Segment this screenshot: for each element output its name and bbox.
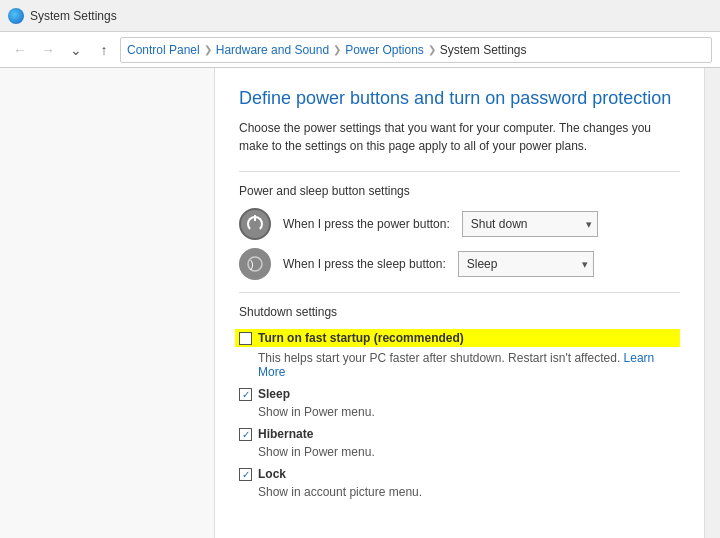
- page-title: Define power buttons and turn on passwor…: [239, 88, 680, 109]
- breadcrumb-sep-1: ❯: [204, 44, 212, 55]
- sleep-button-icon: ): [239, 248, 271, 280]
- hibernate-desc: Show in Power menu.: [258, 445, 680, 459]
- sidebar-left: [0, 68, 215, 538]
- lock-label-text: Lock: [258, 467, 286, 481]
- breadcrumb-sep-3: ❯: [428, 44, 436, 55]
- sleep-dropdown[interactable]: Sleep Shut down Hibernate Turn off the d…: [458, 251, 594, 277]
- power-button-row: When I press the power button: Shut down…: [239, 208, 680, 240]
- fast-startup-checkbox[interactable]: [239, 332, 252, 345]
- button-settings: When I press the power button: Shut down…: [239, 208, 680, 280]
- lock-checkbox-label: Lock: [258, 467, 286, 481]
- sleep-desc: Show in Power menu.: [258, 405, 680, 419]
- hibernate-checkbox[interactable]: [239, 428, 252, 441]
- main-content: Define power buttons and turn on passwor…: [215, 68, 704, 538]
- power-button-label: When I press the power button:: [283, 217, 450, 231]
- sleep-dropdown-wrap[interactable]: Sleep Shut down Hibernate Turn off the d…: [458, 251, 594, 277]
- hibernate-checkbox-row: Hibernate: [239, 427, 680, 441]
- dropdown-button[interactable]: ⌄: [64, 38, 88, 62]
- svg-text:): ): [250, 258, 254, 270]
- addressbar: ← → ⌄ ↑ Control Panel ❯ Hardware and Sou…: [0, 32, 720, 68]
- shutdown-section-title: Shutdown settings: [239, 305, 680, 319]
- breadcrumb: Control Panel ❯ Hardware and Sound ❯ Pow…: [120, 37, 712, 63]
- power-button-icon: [239, 208, 271, 240]
- breadcrumb-control-panel[interactable]: Control Panel: [127, 43, 200, 57]
- right-scrollbar: [704, 68, 720, 538]
- titlebar-icon: [8, 8, 24, 24]
- titlebar-title: System Settings: [30, 9, 117, 23]
- lock-checkbox-row: Lock: [239, 467, 680, 481]
- breadcrumb-current: System Settings: [440, 43, 527, 57]
- fast-startup-label: Turn on fast startup (recommended): [258, 331, 464, 345]
- power-dropdown-wrap[interactable]: Shut down Sleep Hibernate Turn off the d…: [462, 211, 598, 237]
- lock-desc: Show in account picture menu.: [258, 485, 680, 499]
- breadcrumb-sep-2: ❯: [333, 44, 341, 55]
- hibernate-label-text: Hibernate: [258, 427, 313, 441]
- power-dropdown[interactable]: Shut down Sleep Hibernate Turn off the d…: [462, 211, 598, 237]
- back-button[interactable]: ←: [8, 38, 32, 62]
- fast-startup-label-text: Turn on fast startup (recommended): [258, 331, 464, 345]
- titlebar: System Settings: [0, 0, 720, 32]
- lock-checkbox[interactable]: [239, 468, 252, 481]
- sleep-button-row: ) When I press the sleep button: Sleep S…: [239, 248, 680, 280]
- fast-startup-desc: This helps start your PC faster after sh…: [258, 351, 680, 379]
- sleep-checkbox-row: Sleep: [239, 387, 680, 401]
- sleep-checkbox-label: Sleep: [258, 387, 290, 401]
- sleep-label-text: Sleep: [258, 387, 290, 401]
- up-button[interactable]: ↑: [92, 38, 116, 62]
- fast-startup-row: Turn on fast startup (recommended): [235, 329, 680, 347]
- top-divider: [239, 171, 680, 172]
- page-desc: Choose the power settings that you want …: [239, 119, 680, 155]
- content-wrap: Define power buttons and turn on passwor…: [0, 68, 720, 538]
- middle-divider: [239, 292, 680, 293]
- sleep-checkbox[interactable]: [239, 388, 252, 401]
- shutdown-section: Shutdown settings Turn on fast startup (…: [239, 305, 680, 499]
- forward-button[interactable]: →: [36, 38, 60, 62]
- breadcrumb-hardware-sound[interactable]: Hardware and Sound: [216, 43, 329, 57]
- hibernate-checkbox-label: Hibernate: [258, 427, 313, 441]
- power-sleep-section-title: Power and sleep button settings: [239, 184, 680, 198]
- fast-startup-desc-text: This helps start your PC faster after sh…: [258, 351, 620, 365]
- breadcrumb-power-options[interactable]: Power Options: [345, 43, 424, 57]
- sleep-button-label: When I press the sleep button:: [283, 257, 446, 271]
